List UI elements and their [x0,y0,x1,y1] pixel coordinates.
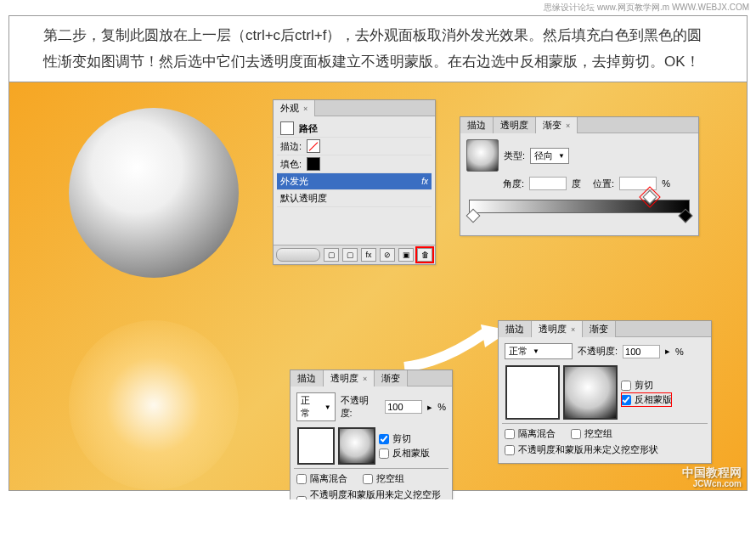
path-label: 路径 [299,122,318,135]
invert-checkbox[interactable] [379,449,389,459]
tab-stroke[interactable]: 描边 [291,370,324,386]
clear-icon[interactable]: ⊘ [380,248,395,262]
angle-input[interactable] [529,177,567,190]
percent-label: % [675,347,684,357]
isolate-label: 隔离混合 [518,427,556,440]
chevron-down-icon: ▼ [558,152,565,160]
tab-stroke[interactable]: 描边 [499,321,532,337]
tab-appearance-label: 外观 [280,103,299,113]
clip-row[interactable]: 剪切 [621,378,672,392]
clip-checkbox[interactable] [621,381,631,391]
fill-row[interactable]: 填色: [277,155,432,173]
opacity-input[interactable] [385,400,422,414]
tab-gradient[interactable]: 渐变 [583,321,616,337]
fx-button-icon[interactable]: fx [361,248,376,262]
isolate-label: 隔离混合 [310,472,347,485]
longopt-checkbox[interactable] [296,496,307,499]
invert-row[interactable]: 反相蒙版 [621,392,672,407]
blend-mode-dropdown[interactable]: 正常 ▼ [505,343,573,359]
invert-label: 反相蒙版 [392,447,430,460]
knockout-row[interactable]: 挖空组 [571,426,612,441]
gradient-slider[interactable] [469,200,690,213]
tab-transparency[interactable]: 透明度 [494,117,536,133]
mask-thumb[interactable] [338,427,375,465]
longopt-label: 不透明度和蒙版用来定义挖空形状 [310,488,446,499]
footer-pill-icon[interactable] [276,248,320,262]
invert-label: 反相蒙版 [635,393,672,406]
transparency-panel-large: 描边 透明度 × 渐变 正常 ▼ 不透明度: ▸ % [498,320,712,464]
isolate-checkbox[interactable] [505,429,515,439]
stroke-row[interactable]: 描边: [277,138,432,155]
percent-label: % [437,402,446,412]
blend-mode-value: 正常 [509,345,528,358]
black-swatch-icon [307,157,320,171]
clip-label: 剪切 [392,432,411,445]
caret-icon[interactable]: ▸ [665,346,670,357]
trash-icon[interactable]: 🗑 [417,248,432,262]
stroke-label: 描边: [280,140,302,153]
longopt-row[interactable]: 不透明度和蒙版用来定义挖空形状 [505,443,705,457]
isolate-checkbox[interactable] [296,474,307,484]
blend-mode-dropdown[interactable]: 正常 ▼ [296,392,336,421]
tab-stroke[interactable]: 描边 [460,117,494,133]
none-swatch-icon [307,139,320,153]
mask-thumb[interactable] [563,365,618,420]
new-fill-icon[interactable]: ▢ [324,248,339,262]
chevron-down-icon: ▼ [533,347,539,355]
outer-glow-label: 外发光 [280,175,308,188]
longopt-checkbox[interactable] [505,445,515,455]
knockout-row[interactable]: 挖空组 [363,471,404,486]
gradient-sphere-top [69,108,239,278]
invert-checkbox[interactable] [621,395,631,405]
close-icon[interactable]: × [363,375,367,383]
path-swatch-icon [280,121,294,135]
position-unit: % [662,178,670,189]
clip-checkbox[interactable] [379,434,389,444]
gradient-type-value: 径向 [534,150,553,162]
glow-sphere-bottom [69,320,239,490]
knockout-checkbox[interactable] [363,474,373,484]
footer-wm-sub: JCWcn.com [682,479,742,488]
new-stroke-icon[interactable]: ▢ [342,248,358,262]
tab-gradient-label: 渐变 [543,120,561,130]
close-icon[interactable]: × [303,104,307,113]
path-row[interactable]: 路径 [277,120,432,138]
knockout-label: 挖空组 [584,427,612,440]
clip-row[interactable]: 剪切 [379,432,430,446]
tab-transparency-label: 透明度 [330,373,358,383]
angle-label: 角度: [503,178,524,190]
gradient-panel: 描边 透明度 渐变 × 类型: 径向 ▼ 角度: 度 位置: [460,116,699,236]
isolate-row[interactable]: 隔离混合 [505,426,556,441]
tab-appearance[interactable]: 外观 × [274,100,315,116]
chevron-down-icon: ▼ [324,403,331,411]
opacity-input[interactable] [623,345,660,358]
fill-label: 填色: [280,158,302,171]
opacity-label: 不透明度: [341,394,381,420]
outer-glow-row[interactable]: 外发光 fx [277,173,432,190]
footer-watermark: 中国教程网 JCWcn.com [682,466,742,488]
tab-gradient[interactable]: 渐变 × [536,117,578,133]
duplicate-icon[interactable]: ▣ [398,248,414,262]
tab-transparency[interactable]: 透明度 × [532,321,583,337]
artwork-thumb[interactable] [505,365,560,420]
invert-row[interactable]: 反相蒙版 [379,446,430,460]
isolate-row[interactable]: 隔离混合 [296,471,347,486]
default-transparency-label: 默认透明度 [280,192,327,205]
longopt-row[interactable]: 不透明度和蒙版用来定义挖空形状 [296,488,446,499]
artwork-thumb[interactable] [297,427,335,465]
gradient-preview-icon[interactable] [466,139,499,172]
footer-wm-main: 中国教程网 [682,465,742,479]
caret-icon[interactable]: ▸ [427,402,432,413]
tab-gradient[interactable]: 渐变 [375,370,408,386]
position-input[interactable] [619,177,657,190]
top-watermark: 思缘设计论坛 www.网页教学网.m WWW.WEBJX.COM [0,0,756,15]
close-icon[interactable]: × [571,325,575,334]
arrow-icon [400,320,511,371]
knockout-label: 挖空组 [376,472,404,485]
gradient-type-dropdown[interactable]: 径向 ▼ [530,148,569,164]
default-transparency-row[interactable]: 默认透明度 [277,190,432,207]
close-icon[interactable]: × [566,121,570,130]
angle-unit: 度 [572,178,581,190]
tab-transparency[interactable]: 透明度 × [324,370,375,386]
knockout-checkbox[interactable] [571,429,581,439]
